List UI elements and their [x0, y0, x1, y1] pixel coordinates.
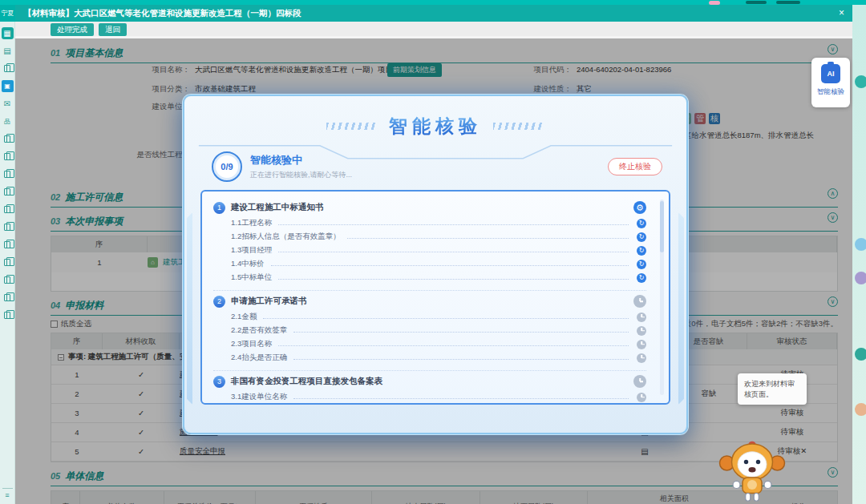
- copy-icon: [4, 294, 10, 301]
- check-item: 2.2是否有效签章: [231, 325, 287, 336]
- app-root: 宁夏 ▦ ▤ ▣ ✉ 品 ≡ 【材料审核】大武口区燃气等老化管道和设施更新改造工…: [0, 0, 866, 504]
- header-text-fragment: [746, 1, 767, 4]
- check-group: 1 建设工程施工中标通知书 ⚙ 1.1工程名称↻ 1.2招标人信息（是否有效盖章…: [213, 201, 646, 284]
- gear-icon: ⚙: [633, 201, 646, 214]
- mail-icon[interactable]: ✉: [2, 98, 14, 110]
- copy-icon: [4, 259, 10, 266]
- copy-icon[interactable]: [2, 274, 14, 286]
- clock-icon: [633, 295, 646, 308]
- check-item: 3.1建设单位名称: [231, 392, 287, 402]
- spinner-icon: ↻: [637, 219, 646, 228]
- status-title: 智能核验中: [250, 153, 352, 167]
- menu-grid-icon[interactable]: ▦: [2, 27, 14, 39]
- clock-icon: [637, 340, 646, 349]
- close-icon[interactable]: ×: [839, 5, 844, 22]
- status-subtitle: 正在进行智能核验,请耐心等待...: [250, 170, 352, 180]
- group-number: 1: [213, 202, 225, 214]
- window-title: 【材料审核】大武口区燃气等老化管道和设施更新改造工程（一期）四标段: [23, 8, 301, 18]
- copy-icon[interactable]: [2, 204, 14, 216]
- process-complete-button[interactable]: 处理完成: [51, 23, 94, 36]
- check-group: 2 申请施工许可承诺书 2.1金额 2.2是否有效签章 2.3项目名称 2.4抬…: [213, 295, 646, 365]
- background-app-right-edge: [852, 5, 866, 504]
- check-item: 1.4中标价: [231, 259, 265, 269]
- copy-icon[interactable]: [2, 133, 14, 145]
- copy-icon[interactable]: [2, 239, 14, 251]
- stop-verify-button[interactable]: 终止核验: [608, 158, 662, 175]
- group-number: 2: [213, 296, 225, 308]
- floating-button-teal[interactable]: [855, 75, 866, 88]
- copy-icon[interactable]: [2, 292, 14, 304]
- check-item: 2.4抬头是否正确: [231, 353, 287, 363]
- assistant-tooltip: 欢迎来到材料审核页面。: [738, 373, 807, 405]
- group-title: 申请施工许可承诺书: [231, 296, 307, 307]
- progress-circle: 0/9: [212, 151, 242, 182]
- brand-logo: 宁夏: [0, 5, 15, 22]
- floating-button-green[interactable]: [855, 348, 866, 361]
- copy-icon: [4, 312, 10, 319]
- list-icon[interactable]: ≡: [2, 488, 13, 499]
- copy-icon[interactable]: [2, 186, 14, 198]
- left-sidebar: 宁夏 ▦ ▤ ▣ ✉ 品 ≡: [0, 5, 15, 504]
- spinner-icon: ↻: [637, 232, 646, 242]
- spinner-icon: ↻: [637, 273, 646, 283]
- dotted-leader: [347, 238, 629, 239]
- progress-count: 0/9: [221, 162, 233, 171]
- status-text: 智能核验中 正在进行智能核验,请耐心等待...: [250, 153, 352, 180]
- org-chart-icon[interactable]: 品: [2, 115, 14, 127]
- smart-verify-modal: 智能核验 0/9 智能核验中 正在进行智能核验,请耐心等待... 终止核验 1 …: [183, 95, 688, 434]
- copy-icon[interactable]: [2, 309, 14, 321]
- modal-title-row: 智能核验: [184, 96, 686, 139]
- spinner-icon: ↻: [637, 260, 646, 269]
- dotted-leader: [263, 318, 629, 319]
- clock-icon: [637, 326, 646, 336]
- copy-icon: [4, 171, 10, 178]
- copy-icon: [4, 276, 10, 284]
- floating-button-orange[interactable]: [855, 403, 866, 416]
- group-number: 3: [213, 376, 225, 388]
- copy-icon: [4, 153, 10, 160]
- copy-icon[interactable]: [2, 151, 14, 163]
- dotted-leader: [293, 359, 629, 360]
- copy-icon: [4, 188, 10, 196]
- clipboard-icon[interactable]: ▤: [2, 45, 14, 57]
- return-button[interactable]: 退回: [99, 23, 127, 36]
- copy-icon[interactable]: [2, 221, 14, 233]
- clock-icon: [637, 353, 646, 363]
- check-item: 1.2招标人信息（是否有效盖章）: [231, 232, 341, 242]
- modal-scrollbar-thumb[interactable]: [660, 201, 664, 252]
- monitor-icon[interactable]: ▣: [2, 80, 14, 92]
- check-item: 2.3项目名称: [231, 339, 272, 349]
- group-title: 建设工程施工中标通知书: [231, 202, 324, 213]
- check-item: 1.3项目经理: [231, 245, 272, 256]
- toolbar: 处理完成 退回: [15, 22, 852, 36]
- floating-button-purple[interactable]: [855, 272, 866, 284]
- group-separator: [213, 370, 646, 371]
- copy-icon[interactable]: [2, 168, 14, 180]
- dotted-leader: [293, 398, 629, 399]
- copy-icon: [4, 224, 10, 231]
- title-stripes-left: [326, 123, 378, 130]
- dotted-leader: [278, 224, 629, 225]
- dotted-leader: [278, 252, 629, 252]
- dotted-leader: [278, 345, 629, 346]
- window-titlebar: 【材料审核】大武口区燃气等老化管道和设施更新改造工程（一期）四标段 ×: [15, 5, 852, 22]
- mascot-graphic: [716, 439, 788, 504]
- copy-icon: [4, 206, 10, 213]
- copy-icon[interactable]: [2, 62, 14, 75]
- modal-left-decoration: [187, 212, 192, 405]
- clock-icon: [633, 375, 646, 388]
- floating-button-blue[interactable]: [855, 238, 866, 251]
- modal-scrollbar: [660, 200, 664, 395]
- group-separator: [213, 290, 646, 291]
- ai-verify-label: 智能核验: [811, 87, 850, 97]
- modal-right-decoration: [678, 212, 684, 405]
- check-group: 3 非国有资金投资工程项目直接发包备案表 3.1建设单位名称 3.2招投标监管机…: [213, 375, 646, 405]
- copy-icon: [4, 65, 10, 72]
- dotted-leader: [271, 265, 629, 266]
- copy-icon[interactable]: [2, 256, 14, 268]
- ai-verify-panel[interactable]: AI 智能核验: [811, 58, 850, 107]
- modal-title: 智能核验: [389, 114, 482, 139]
- title-stripes-right: [493, 123, 544, 130]
- assistant-mascot[interactable]: [716, 439, 788, 504]
- clock-icon: [637, 393, 646, 402]
